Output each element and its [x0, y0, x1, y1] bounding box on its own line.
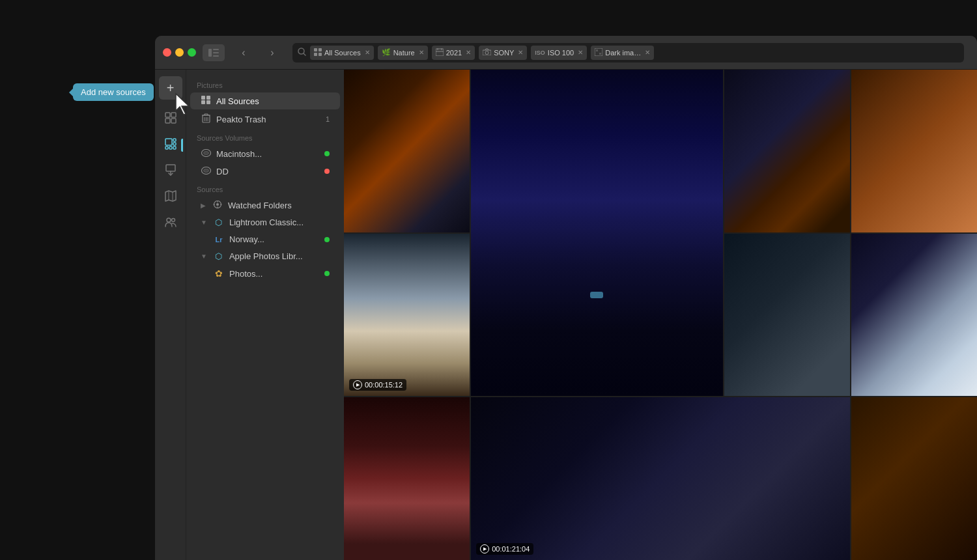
filter-tag-sony-close[interactable]: ✕: [518, 49, 523, 56]
filter-tag-sony-label: SONY: [494, 49, 514, 57]
filter-tag-nature[interactable]: 🌿 Nature ✕: [378, 46, 428, 60]
people-icon: [165, 216, 177, 231]
macintosh-status-dot: [324, 151, 330, 156]
forward-button[interactable]: ›: [262, 44, 282, 61]
filter-tag-sony[interactable]: SONY ✕: [479, 46, 527, 60]
video-play-icon-1: ▶: [353, 380, 362, 389]
map-button[interactable]: [159, 186, 182, 209]
traffic-lights: [163, 48, 196, 57]
svg-rect-34: [206, 96, 210, 100]
plus-icon: +: [167, 81, 175, 96]
sidebar-item-apple-photos[interactable]: ▼ ⬡ Apple Photos Libr...: [190, 248, 340, 264]
photo-cell-ridge[interactable]: [724, 234, 850, 397]
sidebar-nav: Pictures All Sources: [186, 70, 344, 560]
sidebar-item-all-sources[interactable]: All Sources: [190, 92, 340, 109]
sidebar-item-peakto-trash[interactable]: Peakto Trash 1: [190, 110, 340, 128]
dark-image-icon: [595, 48, 602, 57]
all-sources-icon: [314, 48, 322, 57]
collage-icon: [165, 138, 177, 153]
content-area: +: [155, 70, 977, 560]
photo-cell-tent[interactable]: [344, 70, 470, 232]
sidebar-item-norway[interactable]: Lr Norway...: [190, 231, 340, 247]
dd-disk-icon: [201, 166, 211, 176]
video-play-icon-2: ▶: [480, 544, 489, 553]
filter-tag-iso100[interactable]: ISO ISO 100 ✕: [531, 46, 587, 60]
collage-view-button[interactable]: [159, 133, 182, 157]
svg-rect-7: [319, 48, 322, 51]
filter-tag-all-sources-close[interactable]: ✕: [365, 49, 370, 56]
photo-cell-snowhiker[interactable]: [851, 234, 977, 397]
minimize-button[interactable]: [175, 48, 184, 57]
filter-tag-nature-close[interactable]: ✕: [419, 49, 424, 56]
svg-point-50: [216, 203, 219, 206]
video-duration-text-2: 00:01:21:04: [492, 545, 530, 553]
sidebar-item-lightroom-classic[interactable]: ▼ ⬡ Lightroom Classic...: [190, 214, 340, 231]
back-icon: ‹: [242, 47, 245, 59]
filter-tag-dark-image-label: Dark ima…: [605, 49, 641, 57]
svg-rect-35: [201, 100, 205, 104]
svg-rect-9: [319, 53, 322, 56]
photos-library-icon: ✿: [214, 268, 224, 279]
all-sources-nav-icon: [201, 96, 211, 106]
filter-tag-2021-close[interactable]: ✕: [466, 49, 471, 56]
svg-rect-25: [169, 147, 172, 149]
svg-point-46: [203, 152, 208, 155]
svg-rect-10: [436, 49, 444, 56]
add-source-button[interactable]: +: [159, 76, 182, 100]
maximize-button[interactable]: [188, 48, 196, 57]
photo-cell-night-mountain[interactable]: [471, 70, 722, 396]
peakto-trash-nav-label: Peakto Trash: [216, 115, 320, 124]
watched-folders-icon: [212, 200, 223, 210]
svg-point-48: [203, 169, 208, 173]
svg-rect-2: [213, 52, 219, 53]
apple-photos-nav-label: Apple Photos Libr...: [229, 251, 330, 261]
photo-cell-campfire[interactable]: [724, 70, 850, 232]
photo-cell-partial-right-1[interactable]: [851, 70, 977, 232]
download-button[interactable]: [159, 160, 182, 183]
close-button[interactable]: [163, 48, 171, 57]
search-bar[interactable]: All Sources ✕ 🌿 Nature ✕ 2021: [292, 43, 964, 63]
nature-icon: 🌿: [382, 48, 391, 57]
svg-point-32: [171, 218, 175, 221]
photo-cell-swing[interactable]: [344, 397, 470, 560]
grid-view-button[interactable]: [159, 107, 182, 131]
norway-status-dot: [324, 237, 330, 242]
icon-rail: +: [155, 70, 186, 560]
sidebar-item-photos-library[interactable]: ✿ Photos...: [190, 265, 340, 282]
photo-cell-video-mountain[interactable]: ▶ 00:00:15:12: [344, 234, 470, 397]
photo-cell-video-kayak[interactable]: ▶ 00:01:21:04: [471, 397, 850, 560]
svg-rect-19: [165, 119, 170, 123]
filter-tag-all-sources[interactable]: All Sources ✕: [310, 46, 374, 60]
svg-rect-23: [173, 143, 176, 145]
filter-tag-iso100-close[interactable]: ✕: [578, 49, 583, 56]
titlebar: ‹ › Al: [155, 36, 977, 70]
sidebar-item-dd[interactable]: DD: [190, 163, 340, 180]
filter-tag-all-sources-label: All Sources: [324, 49, 361, 57]
svg-rect-21: [165, 139, 172, 145]
filter-tag-2021[interactable]: 2021 ✕: [432, 46, 475, 60]
filter-tag-dark-image-close[interactable]: ✕: [645, 49, 650, 56]
apple-photos-chevron: ▼: [201, 253, 207, 260]
filter-tag-dark-image[interactable]: Dark ima… ✕: [591, 46, 654, 60]
sidebar-item-watched-folders[interactable]: ▶ Watched Folders: [190, 197, 340, 214]
photo-cell-partial-right-3[interactable]: [851, 397, 977, 560]
dd-nav-label: DD: [216, 167, 319, 176]
trash-nav-icon: [201, 113, 211, 125]
filter-tag-iso100-label: ISO 100: [548, 49, 574, 57]
dd-status-dot: [324, 169, 330, 174]
peakto-trash-badge: 1: [326, 115, 330, 123]
macintosh-disk-icon: [201, 148, 211, 159]
people-button[interactable]: [159, 212, 182, 235]
lightroom-nav-label: Lightroom Classic...: [229, 217, 330, 227]
sidebar-toggle-button[interactable]: [203, 44, 225, 61]
sidebar-item-macintosh[interactable]: Macintosh...: [190, 145, 340, 162]
back-button[interactable]: ‹: [234, 44, 253, 61]
photos-library-status-dot: [324, 271, 330, 276]
filter-tag-2021-label: 2021: [446, 49, 462, 57]
svg-rect-6: [314, 48, 317, 51]
svg-line-5: [304, 53, 305, 55]
svg-point-15: [485, 51, 488, 55]
map-icon: [165, 190, 177, 205]
video-duration-badge-2: ▶ 00:01:21:04: [476, 543, 533, 555]
download-icon: [165, 164, 177, 179]
